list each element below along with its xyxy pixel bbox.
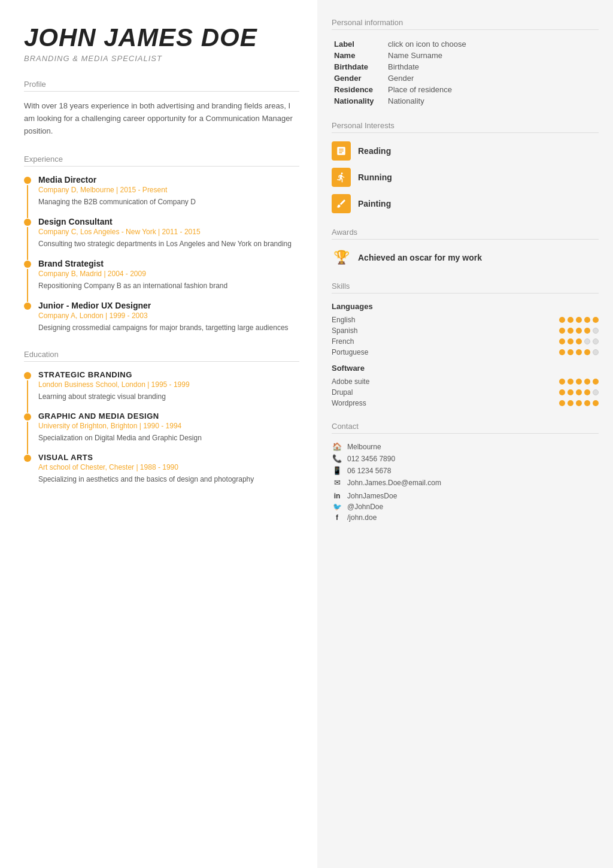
skill-dot (576, 379, 582, 385)
contact-value: 06 1234 5678 (347, 467, 391, 475)
contact-value: 012 3456 7890 (347, 455, 395, 463)
skills-section: Skills Languages English Spanish French … (332, 282, 599, 407)
info-row: Name Name Surname (332, 50, 599, 61)
personal-info-section: Personal information Label click on icon… (332, 18, 599, 107)
language-name: Spanish (332, 326, 357, 335)
skill-dot (568, 349, 573, 355)
skill-dot (568, 338, 573, 344)
personal-info-table: Label click on icon to choose Name Name … (332, 38, 599, 107)
language-skill-row: English (332, 316, 599, 324)
skill-dot (593, 379, 599, 385)
education-item: STRATEGIC BRANDING London Business Schoo… (24, 370, 299, 402)
exp-company: Company A, London | 1999 - 2003 (38, 311, 289, 320)
software-name: Adobe suite (332, 377, 369, 386)
exp-title: Brand Strategist (38, 259, 227, 268)
education-item: GRAPHIC AND MEDIA DESIGN University of B… (24, 412, 299, 443)
info-value: click on icon to choose (386, 38, 599, 50)
profile-text: With over 18 years experience in both ad… (24, 100, 299, 137)
education-list: STRATEGIC BRANDING London Business Schoo… (24, 370, 299, 485)
experience-list: Media Director Company D, Melbourne | 20… (24, 175, 299, 333)
job-title: BRANDING & MEDIA SPECIALIST (24, 54, 299, 63)
contact-section: Contact 🏠 Melbourne 📞 012 3456 7890 📱 06… (332, 422, 599, 522)
exp-company: Company C, Los Angeles - New York | 2011… (38, 228, 292, 236)
edu-title: GRAPHIC AND MEDIA DESIGN (38, 412, 202, 421)
exp-title: Junior - Medior UX Designer (38, 301, 289, 310)
skill-dot (584, 317, 590, 323)
interest-label: Reading (358, 146, 391, 156)
education-section: Education STRATEGIC BRANDING London Busi… (24, 350, 299, 485)
experience-section-header: Experience (24, 155, 299, 167)
info-label: Birthdate (332, 61, 386, 72)
contact-icon: ✉ (332, 478, 342, 487)
experience-item: Brand Strategist Company B, Madrid | 200… (24, 259, 299, 291)
interest-item: Reading (332, 141, 599, 161)
skill-dot (584, 400, 590, 406)
info-value: Name Surname (386, 50, 599, 61)
exp-dot (24, 261, 31, 291)
social-item: in JohnJamesDoe (332, 492, 599, 500)
exp-content: Design Consultant Company C, Los Angeles… (38, 217, 292, 249)
contact-item: ✉ John.James.Doe@email.com (332, 478, 599, 487)
language-skill-row: French (332, 337, 599, 346)
edu-dot (24, 372, 31, 402)
skill-dot (568, 328, 573, 334)
exp-content: Junior - Medior UX Designer Company A, L… (38, 301, 289, 333)
software-name: Wordpress (332, 399, 366, 407)
info-row: Birthdate Birthdate (332, 61, 599, 72)
skill-dot (576, 338, 582, 344)
name-block: JOHN JAMES DOE BRANDING & MEDIA SPECIALI… (24, 24, 299, 63)
skill-dot (593, 349, 599, 355)
experience-item: Media Director Company D, Melbourne | 20… (24, 175, 299, 207)
skill-dot (576, 389, 582, 395)
social-item: f /john.doe (332, 513, 599, 522)
contact-list: 🏠 Melbourne 📞 012 3456 7890 📱 06 1234 56… (332, 442, 599, 487)
info-label: Nationality (332, 95, 386, 107)
skill-dot (584, 338, 590, 344)
skill-dot (584, 328, 590, 334)
experience-section: Experience Media Director Company D, Mel… (24, 155, 299, 333)
awards-section: Awards 🏆 Achieved an oscar for my work (332, 228, 599, 267)
social-value: @JohnDoe (347, 503, 383, 511)
contact-item: 📞 012 3456 7890 (332, 454, 599, 463)
language-skill-row: Spanish (332, 326, 599, 335)
social-value: /john.doe (347, 513, 377, 522)
skill-dot (568, 317, 573, 323)
exp-desc: Repositioning Company B as an internatio… (38, 280, 227, 291)
language-name: Portuguese (332, 348, 368, 356)
skill-dot (559, 328, 565, 334)
skill-dot (576, 328, 582, 334)
skills-header: Skills (332, 282, 599, 294)
edu-title: STRATEGIC BRANDING (38, 370, 190, 379)
exp-content: Brand Strategist Company B, Madrid | 200… (38, 259, 227, 291)
info-label: Name (332, 50, 386, 61)
info-value: Birthdate (386, 61, 599, 72)
skill-dot (568, 379, 573, 385)
skill-dot (593, 389, 599, 395)
exp-content: Media Director Company D, Melbourne | 20… (38, 175, 196, 207)
contact-item: 📱 06 1234 5678 (332, 466, 599, 475)
social-icon: f (332, 513, 342, 522)
interests-list: Reading Running Painting (332, 141, 599, 213)
personal-info-header: Personal information (332, 18, 599, 30)
skill-dot (593, 400, 599, 406)
info-value: Nationality (386, 95, 599, 107)
edu-dot (24, 413, 31, 443)
contact-icon: 📱 (332, 466, 342, 475)
language-name: English (332, 316, 355, 324)
exp-title: Design Consultant (38, 217, 292, 226)
award-label: Achieved an oscar for my work (358, 253, 482, 262)
skill-dot (559, 400, 565, 406)
contact-icon: 📞 (332, 454, 342, 463)
skill-dot (576, 349, 582, 355)
edu-company: Art school of Chester, Chester | 1988 - … (38, 463, 254, 471)
exp-desc: Consulting two strategic departments in … (38, 238, 292, 249)
profile-section: Profile With over 18 years experience in… (24, 80, 299, 137)
info-label: Residence (332, 84, 386, 95)
contact-value: Melbourne (347, 443, 381, 451)
skill-dot (576, 317, 582, 323)
software-skill-row: Wordpress (332, 399, 599, 407)
edu-content: GRAPHIC AND MEDIA DESIGN University of B… (38, 412, 202, 443)
exp-dot (24, 219, 31, 249)
skill-dot (584, 389, 590, 395)
interest-item: Running (332, 168, 599, 187)
